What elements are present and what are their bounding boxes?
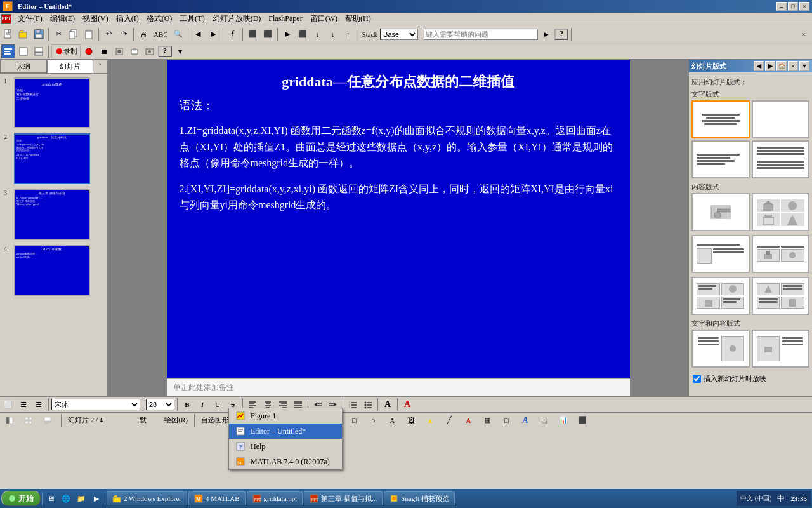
line-color-btn[interactable]: ╱ <box>442 413 456 427</box>
tab-outline[interactable]: 大纲 <box>0 60 47 73</box>
chart-btn[interactable]: 📊 <box>556 413 570 427</box>
notes-view-btn[interactable] <box>41 413 55 427</box>
menu-help[interactable]: 帮助(H) <box>341 12 375 25</box>
popup-figure1[interactable]: Figure 1 <box>229 408 342 424</box>
right-home-icon[interactable]: 🏠 <box>776 61 787 71</box>
record-icon4[interactable] <box>128 44 141 58</box>
stop-button[interactable]: ⬛ <box>296 27 310 41</box>
text-tool[interactable]: A <box>385 413 399 427</box>
save-button[interactable] <box>32 27 46 41</box>
menu-slideshow[interactable]: 幻灯片放映(D) <box>209 12 265 25</box>
slide-thumb-3[interactable]: 3 第三章 插值与拟合 II. Python, pandas操作... 第三节 … <box>3 188 105 241</box>
step-button[interactable]: ↓ <box>311 27 325 41</box>
help-go-button[interactable]: ▶ <box>539 27 553 41</box>
help-button[interactable]: ? <box>554 29 568 40</box>
stack-select[interactable]: Base <box>380 29 418 40</box>
format-mixed-2[interactable] <box>752 330 810 368</box>
ime-toggle[interactable]: 中 <box>774 491 788 505</box>
font-color-btn2[interactable]: A <box>461 413 475 427</box>
back-button[interactable]: ◀ <box>191 27 205 41</box>
help-input[interactable] <box>424 29 538 40</box>
menu-insert[interactable]: 插入(I) <box>112 12 143 25</box>
insert-checkbox[interactable]: 插入新幻灯片时放映 <box>691 371 809 386</box>
menu-file[interactable]: 文件(F) <box>14 12 46 25</box>
underline-button[interactable]: U <box>211 398 225 411</box>
new-button[interactable] <box>1 27 15 41</box>
print-button[interactable]: 🖨 <box>136 27 150 41</box>
right-dropdown-icon[interactable]: ▼ <box>799 61 809 71</box>
font-size-select[interactable]: 28 <box>146 399 174 410</box>
notes-view-button[interactable] <box>32 44 46 58</box>
wordart-btn[interactable]: A <box>518 413 532 427</box>
left-panel-close[interactable]: × <box>93 60 107 69</box>
format-text-4[interactable] <box>752 140 810 178</box>
slide-view-button[interactable] <box>16 44 30 58</box>
normal-view-btn[interactable] <box>3 413 16 427</box>
maximize-button[interactable]: □ <box>788 2 798 11</box>
format-content-6[interactable] <box>752 277 810 315</box>
format-content-2[interactable] <box>752 193 810 231</box>
font-color-button[interactable]: A <box>400 398 414 411</box>
align-left-btn[interactable]: ⬜ <box>1 398 15 411</box>
run-button[interactable]: ▶ <box>280 27 294 41</box>
slide-thumb-4[interactable]: 4 MATLAB函数 griddata参数说明： method选项... <box>3 244 105 297</box>
menu-flashpaper[interactable]: FlashPaper <box>265 13 306 25</box>
bullet-list[interactable] <box>361 398 375 411</box>
color-fill-btn[interactable]: ▲ <box>423 413 437 427</box>
menu-tools[interactable]: 工具(T) <box>176 12 208 25</box>
popup-editor[interactable]: Editor – Untitled* <box>229 424 342 439</box>
format-text-3[interactable] <box>691 140 750 178</box>
ellipse-tool[interactable]: ○ <box>366 413 380 427</box>
menu-format[interactable]: 格式(O) <box>143 12 176 25</box>
notes-area[interactable]: 单击此处添加备注 <box>167 378 630 396</box>
forward-button[interactable]: ▶ <box>206 27 220 41</box>
popup-help[interactable]: ? Help <box>229 439 342 454</box>
close-button[interactable]: × <box>799 2 809 11</box>
debug2-button[interactable]: ⬛ <box>261 27 275 41</box>
right-back-icon[interactable]: ◀ <box>754 61 764 71</box>
format-content-4[interactable] <box>752 235 810 273</box>
record-icon3[interactable] <box>112 44 126 58</box>
italic-button[interactable]: I <box>195 398 209 411</box>
format-mixed-1[interactable] <box>691 330 750 368</box>
step-in-button[interactable]: ↓ <box>326 27 340 41</box>
format-content-1[interactable] <box>691 193 750 231</box>
font-size-increase[interactable]: A <box>381 398 395 411</box>
show-desktop-btn[interactable]: 🖥 <box>44 491 58 505</box>
taskbar-explorer[interactable]: 2 Windows Explorer <box>107 491 187 505</box>
minimize-button[interactable]: – <box>776 2 787 11</box>
right-close-icon[interactable]: × <box>788 61 798 71</box>
taskbar-chapter3[interactable]: PPT 第三章 插值与拟... <box>304 491 383 505</box>
spell-button[interactable]: ABC <box>152 27 170 41</box>
open-button[interactable] <box>16 27 30 41</box>
record-more-button[interactable]: ▼ <box>173 44 187 58</box>
record-icon2[interactable]: ⏹ <box>97 44 111 58</box>
popup-matlab[interactable]: M MATLAB 7.4.0 (R2007a) <box>229 454 342 469</box>
format-text-1[interactable] <box>691 100 750 138</box>
insert-pic-btn[interactable]: 🖼 <box>404 413 418 427</box>
format-content-3[interactable] <box>691 235 750 273</box>
shadow-btn[interactable]: ▦ <box>480 413 494 427</box>
redo-button[interactable]: ↷ <box>117 27 131 41</box>
copy-button[interactable] <box>67 27 81 41</box>
border-btn[interactable]: □ <box>499 413 513 427</box>
diagram-btn[interactable]: ⬚ <box>537 413 551 427</box>
bold-button[interactable]: B <box>180 398 194 411</box>
font-name-select[interactable]: 宋体 <box>51 399 140 410</box>
step-out-button[interactable]: ↑ <box>341 27 355 41</box>
record-icon5[interactable] <box>143 44 157 58</box>
media-btn[interactable]: ▶ <box>89 491 103 505</box>
slide-sorter-btn[interactable] <box>22 413 36 427</box>
taskbar-snagit[interactable]: SnagIt 捕获预览 <box>384 491 454 505</box>
insert-check[interactable] <box>693 375 701 383</box>
record-btn[interactable]: ⏺ 录制 <box>51 44 81 58</box>
function-button[interactable]: ƒ <box>226 27 240 41</box>
cut-button[interactable]: ✂ <box>51 27 65 41</box>
paste-button[interactable] <box>82 27 96 41</box>
ime-indicator[interactable]: 中文 (中国) <box>740 494 771 503</box>
align-right-btn[interactable]: ☰ <box>32 398 46 411</box>
close-panel-button[interactable]: × <box>797 27 811 41</box>
menu-edit[interactable]: 编辑(E) <box>46 12 79 25</box>
debug1-button[interactable]: ⬛ <box>246 27 259 41</box>
start-button[interactable]: 开始 <box>1 491 41 506</box>
